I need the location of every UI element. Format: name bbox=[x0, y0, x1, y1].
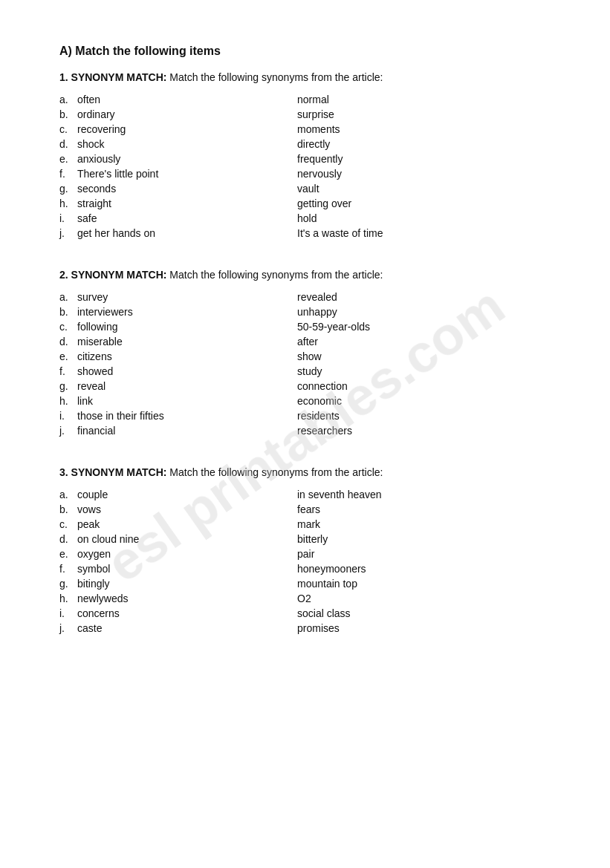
item-letter: h. bbox=[59, 395, 77, 407]
synonym-number-2: 2. SYNONYM MATCH: bbox=[59, 269, 169, 281]
item-right-word: vault bbox=[297, 183, 319, 195]
item-right-word: hold bbox=[297, 212, 317, 224]
synonym-description-3: Match the following synonyms from the ar… bbox=[169, 466, 383, 478]
item-left-word: seconds bbox=[77, 183, 116, 195]
table-row: i.safehold bbox=[59, 212, 551, 224]
item-left-word: get her hands on bbox=[77, 227, 155, 239]
item-letter: d. bbox=[59, 533, 77, 545]
item-letter: j. bbox=[59, 425, 77, 437]
table-row: e.oxygenpair bbox=[59, 548, 551, 560]
list-item: d.on cloud nine bbox=[59, 533, 297, 545]
synonym-header-2: 2. SYNONYM MATCH: Match the following sy… bbox=[59, 269, 551, 281]
item-right-word: researchers bbox=[297, 425, 352, 437]
item-letter: f. bbox=[59, 365, 77, 377]
list-item: h.straight bbox=[59, 198, 297, 209]
item-left-word: vows bbox=[77, 503, 101, 515]
list-item: b.vows bbox=[59, 503, 297, 515]
item-left-word: safe bbox=[77, 212, 97, 224]
list-item: j.get her hands on bbox=[59, 227, 297, 239]
item-left-word: There's little point bbox=[77, 168, 158, 180]
item-letter: g. bbox=[59, 183, 77, 195]
item-left-word: link bbox=[77, 395, 93, 407]
item-right-word: study bbox=[297, 365, 322, 377]
item-left-word: citizens bbox=[77, 350, 112, 362]
item-left-word: caste bbox=[77, 622, 102, 634]
synonym-description-1: Match the following synonyms from the ar… bbox=[169, 71, 383, 83]
item-right-word: connection bbox=[297, 380, 348, 392]
table-row: g.bitinglymountain top bbox=[59, 578, 551, 590]
table-row: f.There's little pointnervously bbox=[59, 168, 551, 180]
item-letter: a. bbox=[59, 291, 77, 303]
item-right-word: getting over bbox=[297, 198, 351, 209]
synonym-number-3: 3. SYNONYM MATCH: bbox=[59, 466, 169, 478]
list-item: g.bitingly bbox=[59, 578, 297, 590]
item-right-word: normal bbox=[297, 94, 329, 105]
item-right-word: economic bbox=[297, 395, 342, 407]
table-row: a.surveyrevealed bbox=[59, 291, 551, 303]
table-row: b.vowsfears bbox=[59, 503, 551, 515]
item-letter: a. bbox=[59, 94, 77, 105]
table-row: b.interviewersunhappy bbox=[59, 306, 551, 318]
item-left-word: interviewers bbox=[77, 306, 133, 318]
synonym-rows-2: a.surveyrevealedb.interviewersunhappyc.f… bbox=[59, 291, 551, 437]
list-item: f.symbol bbox=[59, 563, 297, 575]
table-row: a.oftennormal bbox=[59, 94, 551, 105]
item-left-word: financial bbox=[77, 425, 115, 437]
table-row: d.miserableafter bbox=[59, 336, 551, 347]
list-item: c.following bbox=[59, 321, 297, 333]
item-letter: c. bbox=[59, 518, 77, 530]
list-item: i.safe bbox=[59, 212, 297, 224]
table-row: b.ordinarysurprise bbox=[59, 108, 551, 120]
item-right-word: nervously bbox=[297, 168, 342, 180]
item-right-word: unhappy bbox=[297, 306, 337, 318]
table-row: i.concernssocial class bbox=[59, 607, 551, 619]
item-letter: j. bbox=[59, 622, 77, 634]
item-letter: i. bbox=[59, 607, 77, 619]
item-left-word: on cloud nine bbox=[77, 533, 139, 545]
item-letter: g. bbox=[59, 380, 77, 392]
item-left-word: concerns bbox=[77, 607, 120, 619]
item-left-word: newlyweds bbox=[77, 593, 128, 604]
table-row: c.recoveringmoments bbox=[59, 123, 551, 135]
item-right-word: frequently bbox=[297, 153, 343, 165]
table-row: g.revealconnection bbox=[59, 380, 551, 392]
item-letter: e. bbox=[59, 350, 77, 362]
item-left-word: often bbox=[77, 94, 100, 105]
synonym-description-2: Match the following synonyms from the ar… bbox=[169, 269, 383, 281]
table-row: j.financialresearchers bbox=[59, 425, 551, 437]
synonym-number-1: 1. SYNONYM MATCH: bbox=[59, 71, 169, 83]
item-right-word: moments bbox=[297, 123, 340, 135]
list-item: f.There's little point bbox=[59, 168, 297, 180]
item-right-word: show bbox=[297, 350, 322, 362]
table-row: f.showedstudy bbox=[59, 365, 551, 377]
item-left-word: those in their fifties bbox=[77, 410, 164, 422]
item-right-word: in seventh heaven bbox=[297, 489, 382, 500]
item-left-word: couple bbox=[77, 489, 108, 500]
item-right-word: pair bbox=[297, 548, 314, 560]
list-item: j.financial bbox=[59, 425, 297, 437]
table-row: c.peakmark bbox=[59, 518, 551, 530]
item-right-word: revealed bbox=[297, 291, 337, 303]
item-left-word: oxygen bbox=[77, 548, 111, 560]
list-item: a.couple bbox=[59, 489, 297, 500]
synonym-block-3: 3. SYNONYM MATCH: Match the following sy… bbox=[59, 466, 551, 634]
table-row: i.those in their fiftiesresidents bbox=[59, 410, 551, 422]
item-letter: f. bbox=[59, 563, 77, 575]
item-left-word: reveal bbox=[77, 380, 106, 392]
item-left-word: shock bbox=[77, 138, 105, 150]
item-right-word: residents bbox=[297, 410, 340, 422]
item-left-word: straight bbox=[77, 198, 111, 209]
table-row: h.straightgetting over bbox=[59, 198, 551, 209]
item-letter: h. bbox=[59, 198, 77, 209]
synonym-header-1: 1. SYNONYM MATCH: Match the following sy… bbox=[59, 71, 551, 83]
item-right-word: social class bbox=[297, 607, 351, 619]
item-letter: b. bbox=[59, 503, 77, 515]
list-item: g.seconds bbox=[59, 183, 297, 195]
table-row: j.castepromises bbox=[59, 622, 551, 634]
item-letter: e. bbox=[59, 153, 77, 165]
table-row: e.anxiouslyfrequently bbox=[59, 153, 551, 165]
item-left-word: recovering bbox=[77, 123, 126, 135]
item-letter: c. bbox=[59, 321, 77, 333]
item-letter: j. bbox=[59, 227, 77, 239]
item-right-word: 50-59-year-olds bbox=[297, 321, 370, 333]
